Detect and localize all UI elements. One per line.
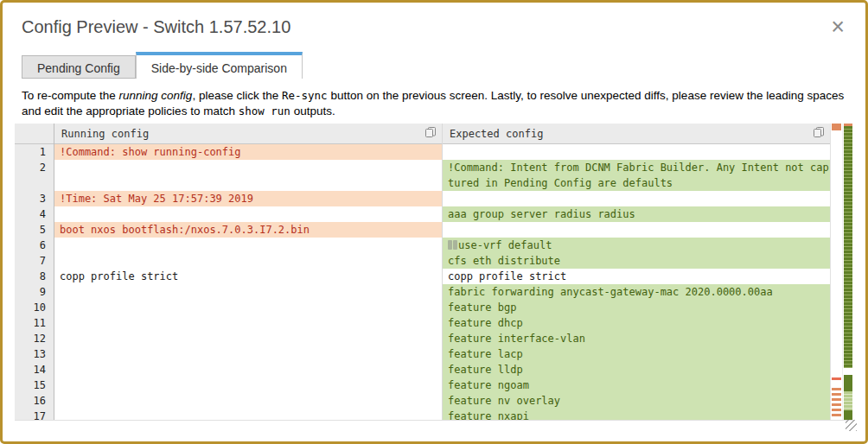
gutter-header xyxy=(15,124,54,144)
line-number: 2 xyxy=(15,160,54,191)
line-number: 13 xyxy=(15,346,54,362)
leading-space-marker xyxy=(448,240,452,250)
tab-bar: Pending Config Side-by-side Comparison xyxy=(22,52,853,79)
dialog-header: Config Preview - Switch 1.57.52.10 × xyxy=(15,16,853,37)
dialog-footer xyxy=(15,421,853,432)
diff-line-empty xyxy=(54,331,442,346)
line-number: 15 xyxy=(15,377,54,393)
minimap-removed-mark xyxy=(832,124,841,130)
expected-config-body: !Command: Intent from DCNM Fabric Builde… xyxy=(443,144,830,421)
line-number: 4 xyxy=(15,206,54,222)
diff-line-added: fabric forwarding anycast-gateway-mac 20… xyxy=(443,284,830,300)
line-number: 7 xyxy=(15,253,54,269)
diff-viewer: 1234567891011121314151617 Running config… xyxy=(15,124,853,421)
diff-line-added: aaa group server radius radius xyxy=(443,206,830,222)
line-number: 14 xyxy=(15,362,54,377)
running-config-pane: Running config !Command: show running-co… xyxy=(54,124,442,420)
instructions-text: To re-compute the running config, please… xyxy=(22,88,848,119)
expected-config-pane: Expected config !Command: Intent from DC… xyxy=(442,124,830,420)
diff-line-empty xyxy=(54,362,442,377)
diff-line-added: feature nxapi xyxy=(443,409,830,421)
line-number: 8 xyxy=(15,269,54,284)
config-preview-dialog: Config Preview - Switch 1.57.52.10 × Pen… xyxy=(3,3,865,441)
line-number: 16 xyxy=(15,393,54,409)
resync-code: Re-sync xyxy=(282,89,328,102)
diff-line-empty xyxy=(54,284,442,300)
diff-line-empty xyxy=(54,253,442,269)
line-number: 12 xyxy=(15,331,54,346)
leading-space-marker xyxy=(453,240,457,250)
diff-line-added: feature ngoam xyxy=(443,377,830,393)
running-config-italic: running config xyxy=(119,89,193,102)
diff-line-same: copp profile strict xyxy=(54,269,442,284)
minimap-added-mark xyxy=(844,391,853,410)
line-number: 17 xyxy=(15,409,54,421)
diff-line-empty xyxy=(54,377,442,393)
expected-config-label: Expected config xyxy=(450,128,813,140)
diff-line-empty xyxy=(443,191,830,206)
line-number: 6 xyxy=(15,238,54,253)
diff-line-empty xyxy=(443,144,830,160)
diff-line-empty xyxy=(54,206,442,222)
minimap-right-strip[interactable] xyxy=(842,124,854,420)
line-number-gutter: 1234567891011121314151617 xyxy=(15,124,54,420)
show-run-code: show run xyxy=(239,105,290,117)
copy-running-config-button[interactable] xyxy=(424,126,437,141)
copy-expected-config-button[interactable] xyxy=(813,126,825,141)
diff-line-empty xyxy=(54,300,442,315)
diff-line-empty xyxy=(54,315,442,331)
diff-line-same: copp profile strict xyxy=(443,269,830,284)
diff-line-added: feature dhcp xyxy=(443,315,830,331)
diff-line-removed: !Command: show running-config xyxy=(54,144,442,160)
diff-line-added: !Command: Intent from DCNM Fabric Builde… xyxy=(443,160,830,191)
minimap-left-strip[interactable] xyxy=(831,124,842,420)
tab-side-by-side-comparison[interactable]: Side-by-side Comparison xyxy=(136,52,303,79)
diff-line-empty xyxy=(54,409,442,421)
line-number: 10 xyxy=(15,300,54,315)
diff-line-removed: boot nxos bootflash:/nxos.7.0.3.I7.2.bin xyxy=(54,222,442,238)
diff-line-added: cfs eth distribute xyxy=(443,253,830,269)
minimap-added-mark xyxy=(844,126,853,368)
resize-handle-icon[interactable] xyxy=(846,420,857,431)
close-icon[interactable]: × xyxy=(827,17,848,36)
line-number: 1 xyxy=(15,144,54,160)
dialog-title: Config Preview - Switch 1.57.52.10 xyxy=(22,17,290,37)
diff-line-empty xyxy=(54,160,442,191)
diff-line-added: use-vrf default xyxy=(443,238,830,253)
line-number: 9 xyxy=(15,284,54,300)
minimap-removed-mark xyxy=(832,377,841,380)
line-number: 11 xyxy=(15,315,54,331)
diff-line-added: feature nv overlay xyxy=(443,393,830,409)
line-number: 3 xyxy=(15,191,54,206)
expected-config-header: Expected config xyxy=(443,124,830,144)
diff-line-added: feature lacp xyxy=(443,346,830,362)
diff-line-empty xyxy=(443,222,830,238)
minimap-removed-mark xyxy=(832,388,841,419)
diff-line-added: feature lldp xyxy=(443,362,830,377)
diff-line-empty xyxy=(54,238,442,253)
line-number: 5 xyxy=(15,222,54,238)
running-config-header: Running config xyxy=(54,124,442,144)
running-config-body: !Command: show running-config!Time: Sat … xyxy=(54,144,442,421)
diff-line-removed: !Time: Sat May 25 17:57:39 2019 xyxy=(54,191,442,206)
minimap-added-mark xyxy=(844,375,853,391)
gutter-body: 1234567891011121314151617 xyxy=(15,144,54,421)
diff-line-added: feature interface-vlan xyxy=(443,331,830,346)
copy-icon xyxy=(813,126,825,141)
running-config-label: Running config xyxy=(61,128,424,140)
copy-icon xyxy=(424,126,437,141)
diff-line-empty xyxy=(54,393,442,409)
diff-line-added: feature bgp xyxy=(443,300,830,315)
diff-minimap[interactable] xyxy=(830,124,853,420)
diff-line-empty xyxy=(54,346,442,362)
tab-pending-config[interactable]: Pending Config xyxy=(22,55,136,79)
